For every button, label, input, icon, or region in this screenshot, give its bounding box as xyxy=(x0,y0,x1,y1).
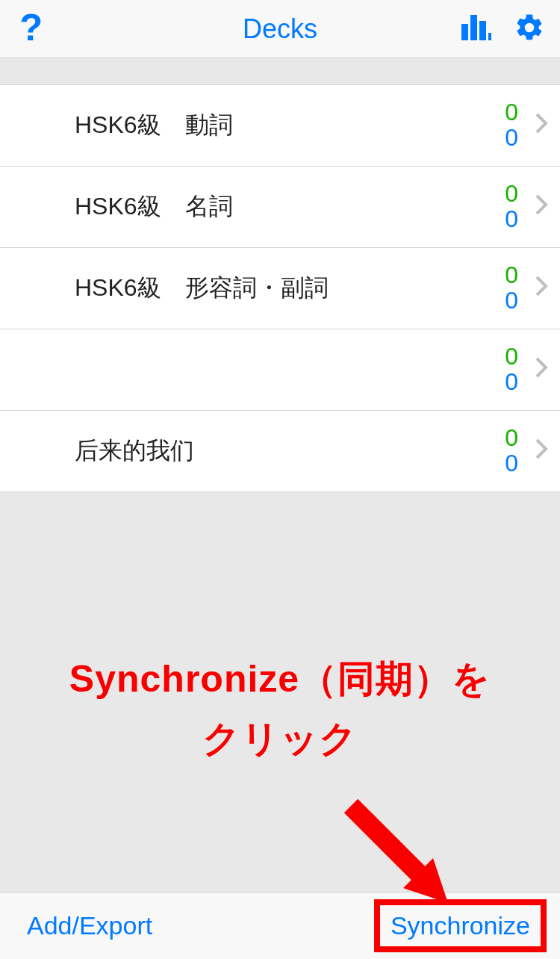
empty-area: Synchronize（同期）を クリック xyxy=(0,492,560,892)
deck-counts: 0 0 xyxy=(505,263,518,313)
deck-row[interactable]: HSK6級 動詞 0 0 xyxy=(0,85,560,167)
help-icon[interactable]: ? xyxy=(15,10,43,49)
svg-line-5 xyxy=(351,806,426,881)
new-count: 0 xyxy=(505,181,518,207)
due-count: 0 xyxy=(505,125,518,151)
deck-row[interactable]: HSK6級 形容詞・副詞 0 0 xyxy=(0,248,560,329)
deck-counts: 0 0 xyxy=(505,344,518,394)
due-count: 0 xyxy=(505,370,518,395)
annotation-text: Synchronize（同期）を クリック xyxy=(0,649,560,769)
svg-rect-1 xyxy=(461,24,468,40)
chevron-right-icon[interactable] xyxy=(535,274,548,303)
deck-name-label: HSK6級 名詞 xyxy=(75,190,505,223)
annotation-line2: クリック xyxy=(0,709,560,769)
deck-row[interactable]: 后来的我们 0 0 xyxy=(0,411,560,492)
new-count: 0 xyxy=(505,344,518,370)
deck-counts: 0 0 xyxy=(505,426,518,476)
deck-name-label: HSK6級 動詞 xyxy=(75,109,505,142)
deck-counts: 0 0 xyxy=(505,181,518,232)
stats-icon[interactable] xyxy=(460,13,493,45)
deck-counts: 0 0 xyxy=(505,100,518,150)
deck-name-label: HSK6級 形容詞・副詞 xyxy=(75,272,505,305)
annotation-line1: Synchronize（同期）を xyxy=(0,649,560,709)
svg-rect-3 xyxy=(479,21,486,40)
due-count: 0 xyxy=(505,288,518,314)
add-export-button[interactable]: Add/Export xyxy=(27,911,152,940)
list-header-spacer xyxy=(0,58,560,85)
gear-icon[interactable] xyxy=(514,12,545,46)
new-count: 0 xyxy=(505,100,518,125)
due-count: 0 xyxy=(505,207,518,232)
annotation-arrow-icon xyxy=(336,791,470,921)
svg-rect-2 xyxy=(470,15,477,40)
page-title: Decks xyxy=(243,13,317,44)
deck-row[interactable]: HSK6級 名詞 0 0 xyxy=(0,167,560,248)
due-count: 0 xyxy=(505,451,518,477)
chevron-right-icon[interactable] xyxy=(535,193,548,222)
new-count: 0 xyxy=(505,263,518,288)
chevron-right-icon[interactable] xyxy=(535,356,548,385)
new-count: 0 xyxy=(505,426,518,451)
deck-row[interactable]: 0 0 xyxy=(0,329,560,411)
chevron-right-icon[interactable] xyxy=(535,111,548,140)
svg-text:?: ? xyxy=(19,10,43,46)
chevron-right-icon[interactable] xyxy=(535,437,548,466)
svg-rect-4 xyxy=(488,33,491,40)
deck-name-label: 后来的我们 xyxy=(75,435,505,468)
header-bar: ? Decks xyxy=(0,0,560,58)
bottom-toolbar: Add/Export Synchronize xyxy=(0,892,560,959)
